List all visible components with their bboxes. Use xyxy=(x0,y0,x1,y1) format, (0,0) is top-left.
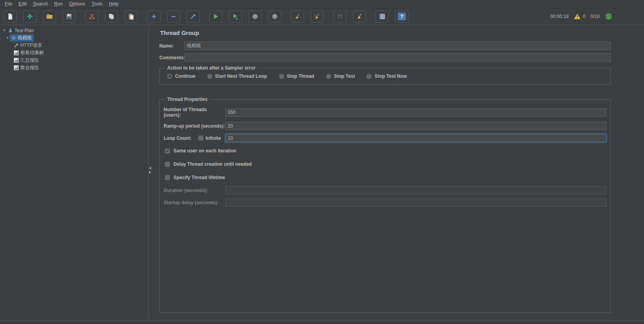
comments-input[interactable] xyxy=(184,53,611,62)
rampup-input[interactable] xyxy=(225,122,606,130)
duration-input xyxy=(225,186,606,194)
help-button[interactable]: ? xyxy=(395,11,409,23)
start-button[interactable] xyxy=(209,11,223,23)
tree-node-summary-report[interactable]: 汇总报告 xyxy=(0,57,148,64)
content-area: ▼ Test Plan ▼ ⚙ 线程组 xyxy=(0,25,644,321)
shutdown-button[interactable] xyxy=(268,11,281,23)
radio-button-icon xyxy=(279,74,284,79)
tree-node-http-request[interactable]: HTTP请求 xyxy=(0,42,148,49)
menu-file[interactable]: File xyxy=(2,0,15,7)
thread-properties-group: Thread Properties Number of Threads (use… xyxy=(159,97,611,313)
radio-button-icon xyxy=(326,74,331,79)
minus-icon: − xyxy=(171,13,176,20)
num-threads-input[interactable] xyxy=(225,108,606,117)
function-helper-icon xyxy=(379,13,386,20)
thread-lifetime-checkbox[interactable] xyxy=(165,175,170,180)
expand-all-button[interactable]: + xyxy=(147,11,161,23)
new-file-icon xyxy=(7,13,14,20)
save-button[interactable] xyxy=(62,11,76,23)
thread-group-panel: Thread Group Name: Comments: Action to b… xyxy=(156,25,644,321)
startup-delay-input xyxy=(225,198,606,207)
tree-node-aggregate-report[interactable]: 聚合报告 xyxy=(0,64,148,71)
search-reset-button[interactable] xyxy=(353,11,366,23)
cut-button[interactable] xyxy=(85,11,99,23)
stop-icon xyxy=(252,13,259,20)
radio-stop-test[interactable]: Stop Test xyxy=(326,73,355,79)
startup-delay-label: Startup delay (seconds): xyxy=(164,200,225,205)
tree-node-label: 察看结果树 xyxy=(19,49,44,56)
menu-help[interactable]: Help xyxy=(106,0,122,7)
split-divider[interactable] xyxy=(149,25,156,321)
tree-node-label: Test Plan xyxy=(13,28,34,33)
search-button[interactable] xyxy=(333,11,347,23)
tree-node-view-results-tree[interactable]: 察看结果树 xyxy=(0,49,148,57)
shutdown-icon xyxy=(271,13,278,20)
menu-options[interactable]: Options xyxy=(66,0,88,7)
radio-stop-thread[interactable]: Stop Thread xyxy=(279,73,314,79)
same-user-checkbox[interactable]: ✓ xyxy=(165,148,170,154)
broom-reset-icon xyxy=(356,13,363,20)
toggle-icon xyxy=(190,13,197,20)
radio-start-next-thread-loop[interactable]: Start Next Thread Loop xyxy=(207,73,267,79)
play-alt-icon xyxy=(232,13,239,20)
sampler-error-legend: Action to be taken after a Sampler error xyxy=(166,65,257,71)
rampup-label: Ramp-up period (seconds): xyxy=(164,123,225,129)
copy-button[interactable] xyxy=(105,11,118,23)
listener-chart-icon xyxy=(13,65,19,71)
delay-thread-checkbox[interactable] xyxy=(165,162,170,167)
menu-tools[interactable]: Tools xyxy=(89,0,106,7)
radio-label: Continue xyxy=(175,73,195,79)
page-title: Thread Group xyxy=(160,29,611,36)
radio-button-icon xyxy=(207,74,212,79)
collapse-all-button[interactable]: − xyxy=(167,11,180,23)
menu-bar: File Edit Search Run Options Tools Help xyxy=(0,0,644,8)
clear-button[interactable] xyxy=(291,11,304,23)
toolbar: + − xyxy=(0,8,644,25)
start-no-pauses-button[interactable] xyxy=(229,11,242,23)
tree-node-label: 汇总报告 xyxy=(19,57,39,64)
tree-node-thread-group[interactable]: ▼ ⚙ 线程组 xyxy=(0,34,148,42)
radio-label: Stop Test Now xyxy=(374,73,407,79)
radio-label: Stop Thread xyxy=(287,73,314,79)
name-input[interactable] xyxy=(184,42,611,50)
stop-button[interactable] xyxy=(248,11,262,23)
menu-search[interactable]: Search xyxy=(30,0,51,7)
templates-button[interactable] xyxy=(23,11,36,23)
infinite-checkbox[interactable] xyxy=(198,135,203,141)
delay-thread-row: Delay Thread creation until needed xyxy=(165,161,606,167)
radio-stop-test-now[interactable]: Stop Test Now xyxy=(367,73,407,79)
sampler-error-group: Action to be taken after a Sampler error… xyxy=(159,65,611,84)
menu-run[interactable]: Run xyxy=(51,0,66,7)
plus-icon: + xyxy=(151,13,156,20)
duration-label: Duration (seconds): xyxy=(164,188,225,193)
clear-all-button[interactable] xyxy=(310,11,324,23)
radio-continue[interactable]: Continue xyxy=(167,73,195,79)
thread-lifetime-label: Specify Thread lifetime xyxy=(173,175,225,180)
loop-count-input[interactable] xyxy=(225,134,606,142)
thread-group-icon: ⚙ xyxy=(11,35,16,41)
delay-thread-label: Delay Thread creation until needed xyxy=(173,161,252,167)
tree-node-test-plan[interactable]: ▼ Test Plan xyxy=(0,27,148,34)
open-button[interactable] xyxy=(43,11,56,23)
binoculars-icon xyxy=(336,13,343,20)
window-bottom-edge xyxy=(0,321,644,324)
splitter-grip-icon[interactable] xyxy=(149,167,151,174)
jmeter-window: File Edit Search Run Options Tools Help xyxy=(0,0,644,324)
same-user-label: Same user on each iteration xyxy=(173,148,236,154)
paste-button[interactable] xyxy=(124,11,138,23)
tree-node-label: 线程组 xyxy=(16,35,32,41)
new-file-button[interactable] xyxy=(4,11,17,23)
function-helper-button[interactable] xyxy=(376,11,389,23)
radio-button-icon xyxy=(167,74,172,79)
templates-icon xyxy=(26,13,33,20)
elapsed-time: 00:00:18 xyxy=(550,14,569,19)
http-request-icon xyxy=(13,43,19,48)
menu-edit[interactable]: Edit xyxy=(15,0,30,7)
expand-arrow-icon[interactable]: ▼ xyxy=(5,36,10,40)
toggle-button[interactable] xyxy=(186,11,200,23)
comments-label: Comments: xyxy=(159,55,184,60)
expand-arrow-icon[interactable]: ▼ xyxy=(2,29,7,32)
radio-label: Stop Test xyxy=(334,73,355,79)
log-warning-indicator[interactable]: 0 xyxy=(574,13,586,20)
toolbar-status-area: 00:00:18 0 0/10 xyxy=(550,13,644,20)
